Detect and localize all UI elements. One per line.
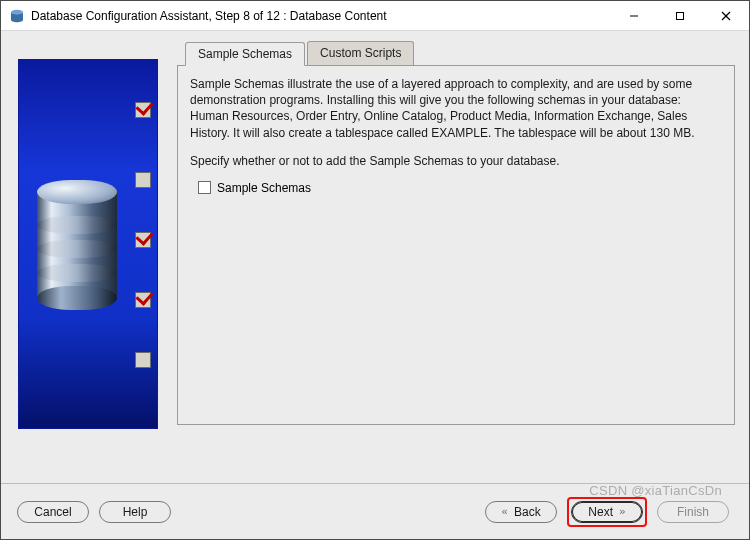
- help-button[interactable]: Help: [99, 501, 171, 523]
- chevron-right-icon: »: [619, 505, 626, 518]
- back-button[interactable]: « Back: [485, 501, 557, 523]
- sample-schemas-checkbox-label: Sample Schemas: [217, 181, 311, 195]
- schema-description: Sample Schemas illustrate the use of a l…: [190, 76, 722, 141]
- close-button[interactable]: [703, 1, 749, 31]
- database-cylinder-icon: [37, 180, 117, 310]
- maximize-button[interactable]: [657, 1, 703, 31]
- next-button-highlight: Next »: [567, 497, 647, 527]
- cancel-button[interactable]: Cancel: [17, 501, 89, 523]
- side-banner: [18, 59, 158, 429]
- step-indicator: [135, 102, 151, 118]
- step-indicator: [135, 172, 151, 188]
- back-button-label: Back: [514, 505, 541, 519]
- titlebar: Database Configuration Assistant, Step 8…: [1, 1, 749, 31]
- app-icon: [9, 8, 25, 24]
- next-button-label: Next: [588, 505, 613, 519]
- wizard-window: Database Configuration Assistant, Step 8…: [0, 0, 750, 540]
- minimize-button[interactable]: [611, 1, 657, 31]
- svg-point-0: [11, 9, 23, 13]
- content-area: Sample Schemas Custom Scripts Sample Sch…: [1, 31, 749, 483]
- step-indicator: [135, 352, 151, 368]
- tab-page-sample-schemas: Sample Schemas illustrate the use of a l…: [177, 65, 735, 425]
- main-panel: Sample Schemas Custom Scripts Sample Sch…: [175, 31, 749, 483]
- sample-schemas-checkbox[interactable]: [198, 181, 211, 194]
- schema-prompt: Specify whether or not to add the Sample…: [190, 153, 722, 169]
- svg-rect-2: [677, 12, 684, 19]
- step-indicator: [135, 232, 151, 248]
- window-title: Database Configuration Assistant, Step 8…: [31, 9, 611, 23]
- step-indicator: [135, 292, 151, 308]
- sample-schemas-checkbox-row[interactable]: Sample Schemas: [198, 181, 722, 195]
- chevron-left-icon: «: [501, 505, 508, 518]
- tab-custom-scripts[interactable]: Custom Scripts: [307, 41, 414, 65]
- finish-button: Finish: [657, 501, 729, 523]
- tab-sample-schemas[interactable]: Sample Schemas: [185, 42, 305, 66]
- tab-bar: Sample Schemas Custom Scripts: [177, 39, 737, 65]
- wizard-footer: Cancel Help « Back Next » Finish: [1, 483, 749, 539]
- client-area: Sample Schemas Custom Scripts Sample Sch…: [1, 31, 749, 539]
- wizard-side-graphic: [1, 31, 175, 483]
- next-button[interactable]: Next »: [571, 501, 643, 523]
